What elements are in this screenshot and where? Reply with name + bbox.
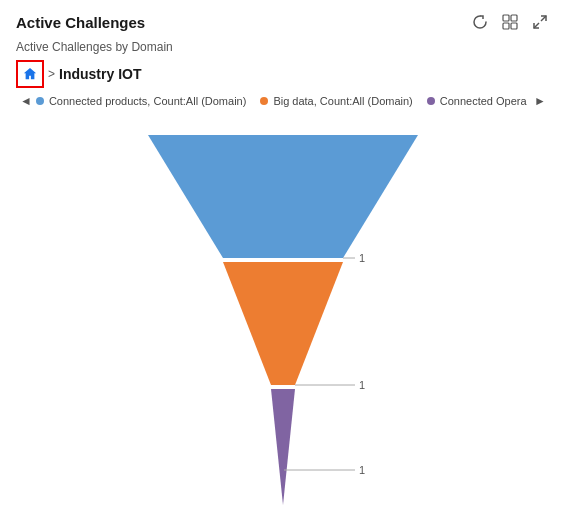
legend-item-2: Connected Opera	[427, 95, 527, 107]
svg-rect-1	[511, 15, 517, 21]
funnel-svg: 1 1 1	[113, 135, 453, 505]
legend-dot-1	[260, 97, 268, 105]
legend-label-2: Connected Opera	[440, 95, 527, 107]
legend-label-0: Connected products, Count:All (Domain)	[49, 95, 246, 107]
segment-blue[interactable]	[148, 135, 418, 258]
refresh-icon[interactable]	[470, 12, 490, 32]
legend-dot-2	[427, 97, 435, 105]
tick-label-2: 1	[359, 379, 365, 391]
header-icons	[470, 12, 550, 32]
home-button[interactable]	[16, 60, 44, 88]
legend-items: Connected products, Count:All (Domain) B…	[36, 95, 530, 107]
breadcrumb-section: Industry IOT	[59, 66, 141, 82]
legend-dot-0	[36, 97, 44, 105]
grid-icon[interactable]	[500, 12, 520, 32]
svg-rect-3	[511, 23, 517, 29]
header: Active Challenges	[16, 12, 550, 32]
segment-orange[interactable]	[223, 262, 343, 385]
expand-icon[interactable]	[530, 12, 550, 32]
tick-label-3: 1	[359, 464, 365, 476]
svg-rect-0	[503, 15, 509, 21]
svg-rect-2	[503, 23, 509, 29]
legend-left-arrow[interactable]: ◄	[16, 94, 36, 108]
legend-label-1: Big data, Count:All (Domain)	[273, 95, 412, 107]
funnel-chart: 1 1 1	[113, 135, 453, 505]
tick-label-1: 1	[359, 252, 365, 264]
page: Active Challenges	[0, 0, 566, 524]
segment-purple[interactable]	[271, 389, 295, 505]
breadcrumb-chevron: >	[48, 67, 55, 81]
legend-item-0: Connected products, Count:All (Domain)	[36, 95, 246, 107]
legend-right-arrow[interactable]: ►	[530, 94, 550, 108]
chart-area: 1 1 1	[16, 116, 550, 524]
legend-item-1: Big data, Count:All (Domain)	[260, 95, 412, 107]
legend-nav: ◄ Connected products, Count:All (Domain)…	[16, 94, 550, 108]
legend: ◄ Connected products, Count:All (Domain)…	[16, 94, 550, 108]
breadcrumb: > Industry IOT	[16, 60, 550, 88]
subtitle: Active Challenges by Domain	[16, 40, 550, 54]
page-title: Active Challenges	[16, 14, 145, 31]
